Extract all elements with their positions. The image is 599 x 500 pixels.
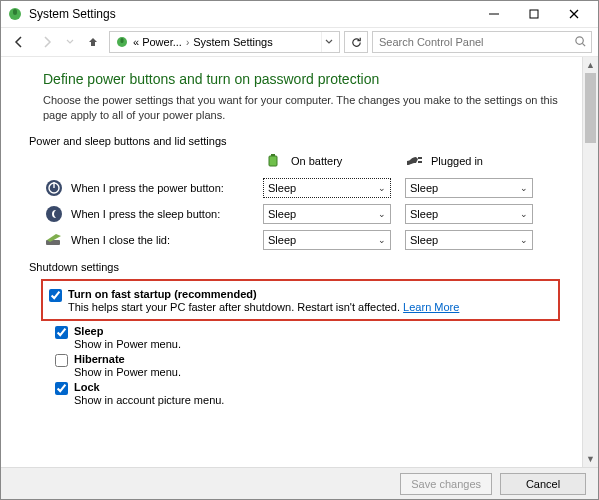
col-on-battery-label: On battery	[291, 155, 342, 167]
search-icon[interactable]	[574, 35, 587, 50]
fast-startup-item: Turn on fast startup (recommended) This …	[49, 288, 552, 313]
app-icon	[7, 6, 23, 22]
lock-label: Lock	[74, 381, 100, 393]
row-close-lid-label: When I close the lid:	[71, 234, 263, 246]
hibernate-item: Hibernate Show in Power menu.	[55, 353, 560, 378]
hibernate-text: Hibernate Show in Power menu.	[74, 353, 181, 378]
sleep-checkbox[interactable]	[55, 326, 68, 339]
client-area: Define power buttons and turn on passwor…	[1, 57, 598, 467]
combo-power-battery[interactable]: Sleep ⌄	[263, 178, 391, 198]
search-input[interactable]	[377, 35, 574, 49]
sleep-text: Sleep Show in Power menu.	[74, 325, 181, 350]
svg-rect-12	[418, 157, 422, 159]
combo-lid-battery[interactable]: Sleep ⌄	[263, 230, 391, 250]
breadcrumb-trunc: «	[133, 36, 139, 48]
content: Define power buttons and turn on passwor…	[1, 57, 582, 467]
chevron-down-icon: ⌄	[378, 209, 386, 219]
hibernate-sub: Show in Power menu.	[74, 366, 181, 378]
page-description: Choose the power settings that you want …	[43, 93, 560, 123]
search-box[interactable]	[372, 31, 592, 53]
scroll-up-icon[interactable]: ▲	[583, 57, 598, 73]
svg-rect-10	[269, 156, 277, 166]
row-close-lid: When I close the lid: Sleep ⌄ Sleep ⌄	[43, 229, 560, 251]
fast-startup-desc: This helps start your PC faster after sh…	[68, 301, 459, 313]
maximize-button[interactable]	[514, 1, 554, 27]
section-shutdown-label: Shutdown settings	[29, 261, 560, 273]
page-heading: Define power buttons and turn on passwor…	[43, 71, 560, 87]
hibernate-checkbox[interactable]	[55, 354, 68, 367]
lock-text: Lock Show in account picture menu.	[74, 381, 224, 406]
window-buttons	[474, 1, 594, 27]
col-plugged-in: Plugged in	[405, 153, 545, 169]
titlebar: System Settings	[1, 1, 598, 27]
col-on-battery: On battery	[265, 153, 405, 169]
sleep-button-icon	[43, 204, 65, 224]
power-button-icon	[43, 178, 65, 198]
section-shutdown: Shutdown settings Turn on fast startup (…	[43, 261, 560, 406]
fast-startup-checkbox[interactable]	[49, 289, 62, 302]
vertical-scrollbar[interactable]: ▲ ▼	[582, 57, 598, 467]
chevron-down-icon: ⌄	[520, 235, 528, 245]
chevron-down-icon: ⌄	[520, 183, 528, 193]
lid-icon	[43, 230, 65, 250]
fast-startup-label: Turn on fast startup (recommended)	[68, 288, 257, 300]
svg-rect-3	[530, 10, 538, 18]
lock-sub: Show in account picture menu.	[74, 394, 224, 406]
svg-rect-13	[418, 161, 422, 163]
combo-sleep-plugged[interactable]: Sleep ⌄	[405, 204, 533, 224]
scroll-thumb[interactable]	[585, 73, 596, 143]
close-button[interactable]	[554, 1, 594, 27]
forward-button[interactable]	[35, 30, 59, 54]
fast-startup-desc-text: This helps start your PC faster after sh…	[68, 301, 403, 313]
sleep-item: Sleep Show in Power menu.	[55, 325, 560, 350]
window-title: System Settings	[29, 7, 474, 21]
section-buttons-label: Power and sleep buttons and lid settings	[29, 135, 560, 147]
up-button[interactable]	[81, 30, 105, 54]
row-power-button-label: When I press the power button:	[71, 182, 263, 194]
combo-sleep-battery[interactable]: Sleep ⌄	[263, 204, 391, 224]
cancel-button[interactable]: Cancel	[500, 473, 586, 495]
combo-value: Sleep	[268, 208, 296, 220]
scroll-track[interactable]	[583, 73, 598, 451]
combo-value: Sleep	[410, 182, 438, 194]
svg-rect-11	[271, 154, 275, 156]
svg-rect-7	[121, 38, 124, 43]
combo-value: Sleep	[268, 234, 296, 246]
minimize-button[interactable]	[474, 1, 514, 27]
chevron-down-icon: ⌄	[520, 209, 528, 219]
fast-startup-text: Turn on fast startup (recommended) This …	[68, 288, 459, 313]
combo-value: Sleep	[410, 208, 438, 220]
breadcrumb-icon	[114, 34, 130, 50]
combo-lid-plugged[interactable]: Sleep ⌄	[405, 230, 533, 250]
footer: Save changes Cancel	[1, 467, 598, 499]
svg-rect-1	[13, 9, 17, 15]
back-button[interactable]	[7, 30, 31, 54]
address-bar: « Power... › System Settings	[1, 27, 598, 57]
breadcrumb-item-systemsettings[interactable]: System Settings	[193, 36, 272, 48]
plug-icon	[405, 153, 425, 169]
lock-checkbox[interactable]	[55, 382, 68, 395]
row-power-button: When I press the power button: Sleep ⌄ S…	[43, 177, 560, 199]
breadcrumb-item-power[interactable]: Power...	[142, 36, 182, 48]
fast-startup-highlight: Turn on fast startup (recommended) This …	[41, 279, 560, 321]
chevron-down-icon: ⌄	[378, 235, 386, 245]
svg-point-8	[576, 36, 583, 43]
row-sleep-button-label: When I press the sleep button:	[71, 208, 263, 220]
sleep-label: Sleep	[74, 325, 103, 337]
scroll-down-icon[interactable]: ▼	[583, 451, 598, 467]
row-sleep-button: When I press the sleep button: Sleep ⌄ S…	[43, 203, 560, 225]
chevron-down-icon: ⌄	[378, 183, 386, 193]
col-spacer	[43, 153, 265, 169]
sleep-sub: Show in Power menu.	[74, 338, 181, 350]
save-changes-button[interactable]: Save changes	[400, 473, 492, 495]
column-headers: On battery Plugged in	[43, 153, 560, 169]
refresh-button[interactable]	[344, 31, 368, 53]
combo-power-plugged[interactable]: Sleep ⌄	[405, 178, 533, 198]
svg-rect-18	[46, 240, 60, 245]
breadcrumb-dropdown-icon[interactable]	[321, 32, 335, 52]
recent-dropdown[interactable]	[63, 30, 77, 54]
learn-more-link[interactable]: Learn More	[403, 301, 459, 313]
svg-line-9	[582, 43, 585, 46]
battery-icon	[265, 153, 285, 169]
breadcrumb[interactable]: « Power... › System Settings	[109, 31, 340, 53]
